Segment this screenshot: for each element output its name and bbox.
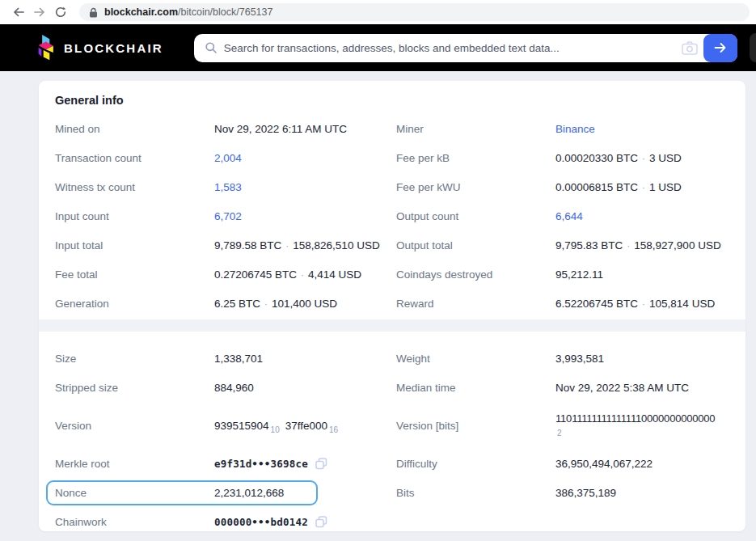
section-title: General info: [55, 94, 729, 107]
row-mined-on: Mined on Nov 29, 2022 6:11 AM UTC: [55, 114, 396, 143]
row-witness-tx-count: Witness tx count 1,583: [55, 172, 396, 201]
transaction-count-link[interactable]: 2,004: [214, 152, 242, 164]
search-submit-button[interactable]: [703, 34, 737, 62]
camera-search-icon[interactable]: [676, 34, 703, 62]
url-path: /bitcoin/block/765137: [178, 6, 272, 18]
row-value: 386,375,189: [555, 487, 616, 499]
header-menu-button-cutoff[interactable]: [750, 33, 756, 62]
row-label: Stripped size: [55, 382, 214, 394]
search-icon: [205, 41, 218, 54]
row-label: Merkle root: [55, 458, 214, 470]
row-reward: Reward 6.52206745 BTC · 105,814 USD: [396, 289, 729, 318]
row-label: Version [bits]: [396, 420, 555, 432]
section-divider: [39, 319, 745, 332]
row-weight: Weight 3,993,581: [396, 344, 729, 373]
base-2-subscript: 2: [557, 427, 562, 440]
row-value: 95,212.11: [555, 268, 603, 281]
row-label: Median time: [396, 382, 555, 394]
base-16-subscript: 16: [329, 425, 338, 434]
general-info-left-column: Mined on Nov 29, 2022 6:11 AM UTC Transa…: [55, 114, 396, 318]
block-details-right-column: Weight 3,993,581 Median time Nov 29, 202…: [396, 344, 729, 536]
row-value: 9,795.83 BTC · 158,927,900 USD: [555, 239, 721, 251]
row-miner: Miner Binance: [396, 114, 729, 143]
row-label: Witness tx count: [55, 181, 214, 193]
block-info-card: General info Mined on Nov 29, 2022 6:11 …: [39, 81, 745, 531]
blockchair-logo[interactable]: BLOCKCHAIR: [37, 35, 163, 61]
row-fee-per-kwu: Fee per kWU 0.00006815 BTC · 1 USD: [396, 172, 729, 201]
row-size: Size 1,338,701: [55, 344, 396, 373]
row-label: Difficulty: [396, 458, 555, 470]
row-coindays-destroyed: Coindays destroyed 95,212.11: [396, 260, 729, 289]
version-decimal: 939515904: [214, 420, 269, 432]
copy-icon[interactable]: [315, 516, 327, 528]
reload-icon[interactable]: [50, 2, 71, 23]
input-count-link[interactable]: 6,702: [214, 210, 242, 222]
row-label: Input count: [55, 210, 214, 222]
version-bits-binary: 110111111111111110000000000000: [555, 411, 715, 427]
row-label: Reward: [396, 298, 555, 310]
miner-link[interactable]: Binance: [555, 123, 595, 135]
brand-name: BLOCKCHAIR: [64, 41, 163, 55]
row-version-bits: Version [bits] 1101111111111111100000000…: [396, 402, 729, 449]
row-fee-per-kb: Fee per kB 0.00020330 BTC · 3 USD: [396, 143, 729, 172]
arrow-right-icon: [714, 42, 727, 53]
blockchair-logo-icon: [37, 35, 56, 61]
copy-icon[interactable]: [315, 458, 327, 470]
row-output-count: Output count 6,644: [396, 201, 729, 230]
page-body: General info Mined on Nov 29, 2022 6:11 …: [0, 71, 756, 531]
block-details-grid: Size 1,338,701 Stripped size 884,960 Ver…: [55, 332, 729, 536]
row-median-time: Median time Nov 29, 2022 5:38 AM UTC: [396, 373, 729, 402]
row-label: Nonce: [55, 487, 214, 499]
row-label: Input total: [55, 239, 214, 251]
search-bar: [194, 34, 737, 62]
row-label: Output count: [396, 210, 555, 222]
row-difficulty: Difficulty 36,950,494,067,222: [396, 449, 729, 478]
row-value: 0.27206745 BTC · 4,414 USD: [214, 268, 361, 281]
block-details-left-column: Size 1,338,701 Stripped size 884,960 Ver…: [55, 344, 396, 536]
row-input-total: Input total 9,789.58 BTC · 158,826,510 U…: [55, 230, 396, 260]
row-label: Fee total: [55, 268, 214, 281]
general-info-right-column: Miner Binance Fee per kB 0.00020330 BTC …: [396, 114, 729, 318]
row-transaction-count: Transaction count 2,004: [55, 143, 396, 172]
row-value: 0.00020330 BTC · 3 USD: [555, 152, 682, 164]
url-domain: blockchair.com: [104, 6, 178, 18]
row-label: Transaction count: [55, 152, 214, 164]
row-output-total: Output total 9,795.83 BTC · 158,927,900 …: [396, 230, 729, 260]
row-merkle-root: Merkle root e9f31d•••3698ce: [55, 449, 396, 478]
back-icon[interactable]: [8, 2, 29, 23]
row-value: Nov 29, 2022 5:38 AM UTC: [555, 382, 689, 394]
row-value: 3,993,581: [555, 353, 604, 365]
row-label: Bits: [396, 487, 555, 499]
output-count-link[interactable]: 6,644: [555, 210, 583, 222]
row-value: 36,950,494,067,222: [555, 458, 653, 470]
merkle-root-value: e9f31d•••3698ce: [214, 458, 308, 470]
chainwork-value: 000000•••bd0142: [214, 516, 308, 528]
search-input[interactable]: [224, 42, 676, 54]
row-value: 0.00006815 BTC · 1 USD: [555, 181, 682, 193]
row-label: Size: [55, 353, 214, 365]
row-chainwork: Chainwork 000000•••bd0142: [55, 507, 396, 536]
forward-icon[interactable]: [29, 2, 50, 23]
row-label: Generation: [55, 298, 214, 310]
row-label: Miner: [396, 123, 555, 135]
witness-tx-count-link[interactable]: 1,583: [214, 181, 242, 193]
row-version: Version 9395159041037ffe00016: [55, 402, 396, 449]
row-label: Fee per kWU: [396, 181, 555, 193]
row-label: Mined on: [55, 123, 214, 135]
row-value: 6.52206745 BTC · 105,814 USD: [555, 298, 715, 310]
row-bits: Bits 386,375,189: [396, 478, 729, 507]
row-label: Version: [55, 420, 214, 432]
row-label: Coindays destroyed: [396, 268, 555, 281]
address-bar[interactable]: blockchair.com/bitcoin/block/765137: [79, 3, 750, 21]
row-nonce: Nonce 2,231,012,668: [55, 478, 396, 507]
row-label: Fee per kB: [396, 152, 555, 164]
base-10-subscript: 10: [271, 425, 280, 434]
row-fee-total: Fee total 0.27206745 BTC · 4,414 USD: [55, 260, 396, 289]
row-value: 884,960: [214, 382, 254, 394]
nonce-highlight-box: Nonce 2,231,012,668: [46, 480, 318, 505]
row-generation: Generation 6.25 BTC · 101,400 USD: [55, 289, 396, 318]
browser-chrome: blockchair.com/bitcoin/block/765137: [0, 0, 756, 24]
secure-lock-icon[interactable]: [89, 7, 98, 18]
version-value: 9395159041037ffe00016: [214, 420, 344, 432]
row-label: Output total: [396, 239, 555, 251]
